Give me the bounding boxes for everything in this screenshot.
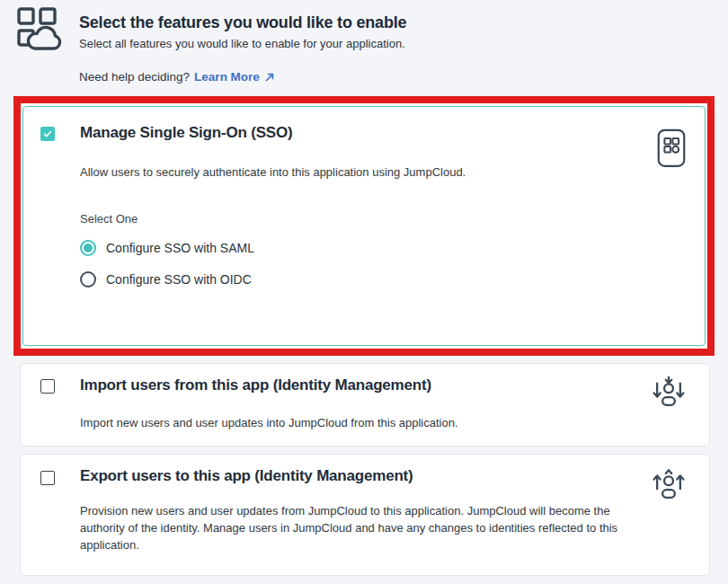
select-one-label: Select One — [80, 212, 138, 226]
feature-card-export-users: Export users to this app (Identity Manag… — [20, 454, 710, 576]
radio-saml-selected-icon[interactable] — [80, 240, 96, 256]
feature-desc-export: Provision new users and user updates fro… — [80, 503, 641, 554]
radio-oidc-label: Configure SSO with OIDC — [106, 272, 252, 287]
highlight-annotation-box: Manage Single Sign-On (SSO) Allow users … — [13, 96, 715, 356]
export-users-icon — [652, 468, 686, 502]
radio-option-saml[interactable]: Configure SSO with SAML — [80, 240, 254, 256]
help-line: Need help deciding? Learn More — [79, 70, 275, 84]
feature-card-sso: Manage Single Sign-On (SSO) Allow users … — [22, 106, 706, 346]
external-link-arrow-icon — [264, 72, 275, 83]
feature-desc-sso: Allow users to securely authenticate int… — [80, 164, 466, 181]
feature-title-export: Export users to this app (Identity Manag… — [80, 467, 413, 485]
checkmark-icon — [42, 128, 53, 139]
feature-card-import-users: Import users from this app (Identity Man… — [20, 363, 710, 447]
sso-apps-icon — [654, 128, 688, 168]
import-users-checkbox[interactable] — [40, 379, 55, 394]
page-title: Select the features you would like to en… — [79, 13, 406, 32]
sso-checkbox[interactable] — [40, 127, 55, 141]
learn-more-link[interactable]: Learn More — [194, 70, 260, 84]
page-subtitle: Select all features you would like to en… — [79, 37, 405, 50]
feature-title-sso: Manage Single Sign-On (SSO) — [80, 124, 292, 142]
radio-saml-label: Configure SSO with SAML — [106, 241, 254, 255]
feature-title-import: Import users from this app (Identity Man… — [80, 376, 431, 394]
radio-option-oidc[interactable]: Configure SSO with OIDC — [80, 271, 252, 288]
feature-selection-panel: Select the features you would like to en… — [0, 0, 728, 584]
import-users-icon — [652, 376, 686, 410]
export-users-checkbox[interactable] — [40, 471, 55, 485]
feature-desc-import: Import new users and user updates into J… — [80, 415, 458, 432]
help-prefix: Need help deciding? — [79, 70, 190, 84]
radio-oidc-unselected-icon[interactable] — [80, 271, 96, 288]
apps-cloud-icon — [15, 6, 64, 53]
